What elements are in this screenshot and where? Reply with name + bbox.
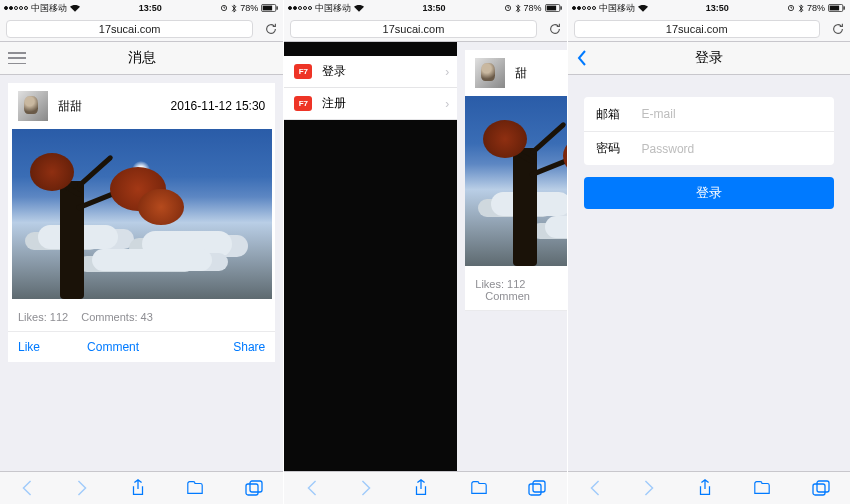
back-icon[interactable] [305,480,319,496]
status-time: 13:50 [422,3,445,13]
status-bar: 中国移动 13:50 78% [0,0,283,16]
avatar[interactable] [18,91,48,121]
page-title: 登录 [695,49,723,67]
panel-item-login[interactable]: F7 登录 › [284,56,457,88]
signal-icon [572,6,596,10]
comments-count: Comments: 43 [81,311,153,323]
safari-toolbar [0,471,283,504]
url-field[interactable]: 17sucai.com [6,20,253,38]
battery-pct: 78% [240,3,258,13]
svg-rect-4 [246,484,258,495]
likes-count: Likes: 112 [475,278,525,290]
battery-pct: 78% [524,3,542,13]
svg-rect-2 [263,6,272,11]
post-meta: Likes: 112 Comments: 43 [8,305,275,332]
svg-rect-14 [830,6,839,11]
status-bar: 中国移动 13:50 78% [568,0,850,16]
svg-rect-9 [560,6,561,9]
author-name: 甜 [515,65,527,82]
tabs-icon[interactable] [528,480,546,496]
address-bar[interactable]: 17sucai.com [0,16,283,42]
svg-rect-8 [546,6,555,11]
reload-icon[interactable] [543,22,567,36]
safari-toolbar [568,471,850,504]
alarm-icon [504,4,512,12]
share-icon[interactable] [130,479,146,497]
signal-icon [4,6,28,10]
password-field[interactable] [642,142,822,156]
password-row[interactable]: 密码 [584,131,834,165]
likes-count: Likes: 112 [18,311,68,323]
background-content[interactable]: 甜 Likes: 112 Commen [457,42,566,471]
forward-icon[interactable] [359,480,373,496]
svg-rect-15 [843,6,844,9]
wifi-icon [638,4,648,12]
chevron-right-icon: › [445,97,449,111]
alarm-icon [220,4,228,12]
post-image[interactable] [12,129,272,299]
tabs-icon[interactable] [245,480,263,496]
battery-pct: 78% [807,3,825,13]
email-row[interactable]: 邮箱 [584,97,834,131]
chevron-left-icon [576,50,588,66]
panel-item-label: 登录 [322,63,346,80]
url-field[interactable]: 17sucai.com [574,20,820,38]
svg-rect-5 [250,481,262,492]
author-name: 甜甜 [58,98,82,115]
svg-rect-17 [817,481,829,492]
bookmarks-icon[interactable] [470,480,488,496]
forward-icon[interactable] [75,480,89,496]
carrier-label: 中国移动 [315,2,351,15]
forward-icon[interactable] [642,480,656,496]
wifi-icon [354,4,364,12]
bookmarks-icon[interactable] [186,480,204,496]
post-header: 甜甜 2016-11-12 15:30 [8,83,275,129]
wifi-icon [70,4,80,12]
address-bar[interactable]: 17sucai.com [284,16,566,42]
svg-rect-11 [533,481,545,492]
carrier-label: 中国移动 [31,2,67,15]
back-icon[interactable] [588,480,602,496]
tabs-icon[interactable] [812,480,830,496]
like-button[interactable]: Like [18,340,40,354]
panel-item-label: 注册 [322,95,346,112]
post-card: 甜甜 2016-11-12 15:30 Likes: 112 Comments:… [8,83,275,362]
svg-rect-16 [813,484,825,495]
post-image [465,96,566,266]
f7-badge: F7 [294,64,312,79]
comment-button[interactable]: Comment [87,340,139,354]
alarm-icon [787,4,795,12]
signal-icon [288,6,312,10]
address-bar[interactable]: 17sucai.com [568,16,850,42]
svg-rect-3 [277,6,278,9]
navbar: 登录 [568,42,850,75]
share-icon[interactable] [697,479,713,497]
hamburger-icon [8,52,26,64]
back-icon[interactable] [20,480,34,496]
status-time: 13:50 [139,3,162,13]
navbar: 消息 [0,42,283,75]
reload-icon[interactable] [259,22,283,36]
bookmarks-icon[interactable] [753,480,771,496]
f7-badge: F7 [294,96,312,111]
carrier-label: 中国移动 [599,2,635,15]
status-bar: 中国移动 13:50 78% [284,0,566,16]
status-time: 13:50 [706,3,729,13]
url-field[interactable]: 17sucai.com [290,20,536,38]
panel-item-register[interactable]: F7 注册 › [284,88,457,120]
battery-icon [828,4,846,12]
login-button[interactable]: 登录 [584,177,834,209]
battery-icon [545,4,563,12]
svg-rect-10 [529,484,541,495]
password-label: 密码 [596,140,642,157]
share-button[interactable]: Share [233,340,265,354]
menu-button[interactable] [8,42,26,74]
email-field[interactable] [642,107,822,121]
reload-icon[interactable] [826,22,850,36]
chevron-right-icon: › [445,65,449,79]
bluetooth-icon [798,4,804,13]
share-icon[interactable] [413,479,429,497]
bluetooth-icon [231,4,237,13]
back-button[interactable] [576,42,588,74]
email-label: 邮箱 [596,106,642,123]
